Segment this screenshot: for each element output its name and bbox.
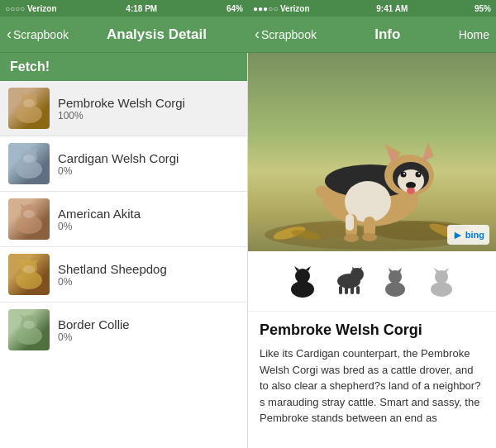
right-time: 9:41 AM	[376, 4, 408, 13]
breed-thumbnail	[8, 309, 50, 350]
breed-thumb-icon	[8, 88, 50, 129]
breed-info: Cardigan Welsh Corgi0%	[58, 151, 239, 177]
left-carrier: ○○○○ Verizon	[5, 4, 57, 13]
breed-detail-name: Pembroke Welsh Corgi	[260, 322, 484, 339]
svg-point-42	[406, 182, 416, 188]
bing-label: bing	[465, 230, 484, 240]
svg-point-50	[344, 234, 359, 242]
breed-list-item[interactable]: Pembroke Welsh Corgi100%	[0, 81, 247, 136]
breed-list-item[interactable]: American Akita0%	[0, 192, 247, 247]
left-nav-bar: ‹ Scrapbook Analysis Detail	[0, 17, 248, 53]
svg-rect-75	[442, 284, 446, 294]
fetch-label: Fetch!	[10, 60, 50, 74]
breed-percent-label: 0%	[58, 331, 239, 343]
breed-thumb-icon	[8, 198, 50, 240]
svg-point-24	[23, 321, 35, 329]
fetch-bar: Fetch!	[0, 53, 247, 81]
nav-bars: ‹ Scrapbook Analysis Detail ‹ Scrapbook …	[0, 17, 496, 53]
svg-rect-64	[351, 286, 354, 294]
silhouettes-row	[248, 251, 496, 312]
left-time: 4:18 PM	[126, 4, 157, 13]
svg-point-70	[431, 282, 452, 297]
svg-point-59	[351, 268, 364, 281]
breed-thumb-icon	[8, 309, 50, 350]
right-nav-title: Info	[317, 26, 459, 43]
breed-list-item[interactable]: Shetland Sheepdog0%	[0, 247, 247, 303]
right-panel: ► bing	[248, 53, 496, 448]
breed-name-label: Shetland Sheepdog	[58, 262, 239, 276]
breed-list-item[interactable]: Cardigan Welsh Corgi0%	[0, 136, 247, 192]
bing-icon: ►	[452, 228, 464, 241]
breed-info: Border Collie0%	[58, 317, 239, 343]
svg-point-9	[23, 155, 35, 163]
breed-detail-description: Like its Cardigan counterpart, the Pembr…	[260, 346, 484, 427]
left-back-button[interactable]: ‹ Scrapbook	[7, 26, 69, 43]
home-button[interactable]: Home	[459, 28, 489, 41]
svg-point-43	[401, 172, 407, 178]
svg-point-55	[295, 269, 310, 284]
svg-rect-63	[345, 286, 348, 294]
right-back-arrow-icon: ‹	[255, 26, 260, 43]
svg-point-4	[23, 99, 35, 107]
left-back-label: Scrapbook	[13, 28, 69, 41]
svg-rect-53	[346, 214, 354, 231]
svg-point-47	[407, 188, 415, 194]
breed-thumbnail	[8, 254, 50, 295]
corgi-illustration	[248, 53, 496, 251]
svg-point-45	[403, 173, 405, 174]
breed-thumb-icon	[8, 143, 50, 184]
breed-percent-label: 100%	[58, 110, 239, 122]
right-battery: 95%	[475, 4, 491, 13]
breed-detail: Pembroke Welsh Corgi Like its Cardigan c…	[248, 312, 496, 436]
breed-name-label: Cardigan Welsh Corgi	[58, 151, 239, 165]
breed-thumbnail	[8, 88, 50, 129]
svg-point-46	[418, 173, 420, 174]
status-bars: ○○○○ Verizon 4:18 PM 64% ●●●○○ Verizon 9…	[0, 0, 496, 17]
svg-rect-74	[436, 284, 441, 294]
svg-point-51	[362, 233, 377, 241]
dog-photo: ► bing	[248, 53, 496, 251]
breed-info: Shetland Sheepdog0%	[58, 262, 239, 288]
silhouette-corgi-sitting[interactable]	[284, 263, 321, 303]
right-back-button[interactable]: ‹ Scrapbook	[255, 26, 317, 43]
breed-thumb-icon	[8, 254, 50, 295]
right-status-bar: ●●●○○ Verizon 9:41 AM 95%	[248, 0, 496, 17]
right-back-label: Scrapbook	[261, 28, 317, 41]
left-back-arrow-icon: ‹	[7, 26, 12, 43]
svg-rect-65	[356, 286, 360, 294]
svg-point-19	[23, 265, 35, 274]
silhouette-medium-dog[interactable]	[377, 263, 413, 303]
breed-list-item[interactable]: Border Collie0%	[0, 303, 247, 357]
silhouette-corgi-standing[interactable]	[331, 263, 367, 303]
breed-list: Pembroke Welsh Corgi100% Cardigan Welsh …	[0, 81, 247, 448]
breed-info: Pembroke Welsh Corgi100%	[58, 96, 239, 122]
svg-rect-62	[339, 286, 342, 294]
svg-point-14	[23, 210, 35, 218]
left-battery: 64%	[227, 4, 243, 13]
silhouette-large-dog[interactable]	[423, 263, 460, 303]
breed-name-label: Pembroke Welsh Corgi	[58, 96, 239, 110]
breed-thumbnail	[8, 198, 50, 240]
main-content: Fetch! Pembroke Welsh Corgi100% Cardigan…	[0, 53, 496, 448]
breed-info: American Akita0%	[58, 207, 239, 232]
breed-percent-label: 0%	[58, 276, 239, 288]
breed-thumbnail	[8, 143, 50, 184]
bing-badge: ► bing	[447, 225, 489, 245]
right-nav-bar: ‹ Scrapbook Info Home	[248, 17, 496, 53]
left-status-bar: ○○○○ Verizon 4:18 PM 64%	[0, 0, 248, 17]
svg-point-44	[416, 172, 422, 178]
breed-name-label: American Akita	[58, 207, 239, 221]
right-carrier: ●●●○○ Verizon	[253, 4, 310, 13]
breed-percent-label: 0%	[58, 165, 239, 177]
svg-point-66	[385, 282, 405, 297]
left-panel: Fetch! Pembroke Welsh Corgi100% Cardigan…	[0, 53, 248, 448]
breed-name-label: Border Collie	[58, 317, 239, 331]
breed-percent-label: 0%	[58, 221, 239, 232]
left-nav-title: Analysis Detail	[72, 26, 241, 43]
